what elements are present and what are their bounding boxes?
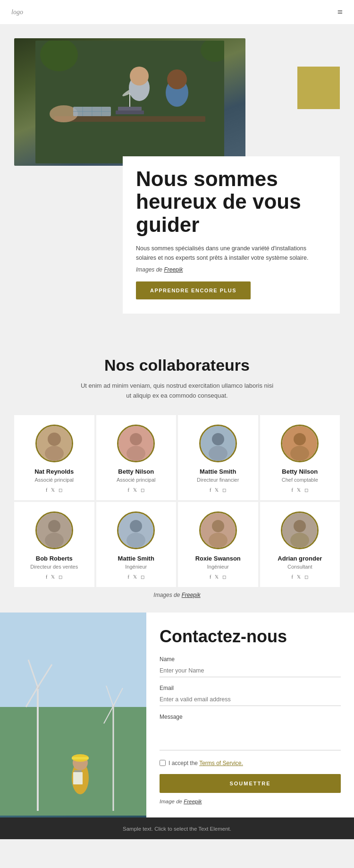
hero-illustration (35, 41, 224, 163)
email-input[interactable] (160, 693, 341, 706)
logo: logo (11, 9, 23, 16)
hero-content-card: Nous sommes heureux de vous guider Nous … (123, 156, 340, 314)
menu-icon[interactable]: ≡ (337, 7, 343, 17)
team-member-role-6: Ingénieur (102, 564, 171, 570)
twitter-icon-2[interactable]: 𝕏 (133, 487, 137, 493)
facebook-icon-2[interactable]: f (128, 487, 129, 493)
contact-title: Contactez-nous (160, 627, 341, 647)
svg-point-11 (130, 67, 149, 85)
team-member-role-4: Chef comptable (266, 477, 335, 483)
svg-rect-14 (116, 111, 144, 114)
social-icons-1: f 𝕏 ◻ (20, 487, 89, 493)
team-member-name-3: Mattie Smith (184, 468, 253, 475)
social-icons-7: f 𝕏 ◻ (184, 574, 253, 579)
message-textarea[interactable] (160, 722, 341, 750)
hero-title: Nous sommes heureux de vous guider (136, 168, 327, 236)
hero-accent-box (297, 67, 340, 109)
contact-section: Contactez-nous Name Email Message I acce… (0, 613, 354, 817)
facebook-icon-7[interactable]: f (210, 574, 211, 579)
avatar-7 (199, 511, 237, 549)
instagram-icon-1[interactable]: ◻ (59, 487, 62, 493)
svg-point-32 (45, 533, 64, 548)
hero-description: Nous sommes spécialisés dans une grande … (136, 244, 327, 263)
svg-point-37 (212, 520, 224, 532)
tos-checkbox[interactable] (160, 760, 166, 766)
team-member-role-8: Consultant (266, 564, 335, 570)
instagram-icon-3[interactable]: ◻ (222, 487, 226, 493)
avatar-4 (281, 425, 319, 462)
team-member-name-4: Betty Nilson (266, 468, 335, 475)
svg-point-38 (209, 533, 228, 548)
twitter-icon-6[interactable]: 𝕏 (133, 574, 137, 579)
svg-point-40 (294, 520, 306, 532)
freepik-link[interactable]: Freepik (164, 266, 183, 273)
team-grid-row2: Bob Roberts Directeur des ventes f 𝕏 ◻ M… (14, 502, 340, 587)
social-icons-2: f 𝕏 ◻ (102, 487, 171, 493)
instagram-icon-5[interactable]: ◻ (59, 574, 62, 579)
team-card-2: Betty Nilson Associé principal f 𝕏 ◻ (96, 415, 177, 500)
svg-point-31 (48, 520, 60, 532)
svg-point-19 (48, 433, 61, 446)
team-grid-row1: Nat Reynolds Associé principal f 𝕏 ◻ Bet… (14, 415, 340, 500)
svg-point-29 (290, 446, 309, 461)
svg-point-28 (294, 433, 306, 445)
instagram-icon-8[interactable]: ◻ (304, 574, 308, 579)
contact-image (0, 613, 146, 817)
instagram-icon-7[interactable]: ◻ (222, 574, 226, 579)
tos-label: I accept the Terms of Service. (169, 760, 243, 766)
instagram-icon-6[interactable]: ◻ (141, 574, 144, 579)
twitter-icon-1[interactable]: 𝕏 (51, 487, 55, 493)
svg-rect-57 (72, 757, 89, 759)
footer: Sample text. Click to select the Text El… (0, 817, 354, 839)
svg-point-35 (126, 533, 145, 548)
instagram-icon-4[interactable]: ◻ (304, 487, 308, 493)
twitter-icon-8[interactable]: 𝕏 (297, 574, 301, 579)
facebook-icon-3[interactable]: f (210, 487, 211, 493)
avatar-1 (35, 425, 73, 462)
team-member-name-7: Roxie Swanson (184, 555, 253, 562)
svg-point-25 (212, 433, 224, 445)
footer-text: Sample text. Click to select the Text El… (123, 826, 231, 832)
twitter-icon-4[interactable]: 𝕏 (297, 487, 301, 493)
facebook-icon-4[interactable]: f (292, 487, 293, 493)
instagram-icon-2[interactable]: ◻ (141, 487, 144, 493)
svg-rect-15 (118, 107, 142, 111)
tos-link[interactable]: Terms of Service. (199, 760, 243, 766)
team-card-4: Betty Nilson Chef comptable f 𝕏 ◻ (260, 415, 340, 500)
social-icons-3: f 𝕏 ◻ (184, 487, 253, 493)
message-label: Message (160, 714, 341, 720)
team-member-name-1: Nat Reynolds (20, 468, 89, 475)
social-icons-5: f 𝕏 ◻ (20, 574, 89, 579)
team-card-5: Bob Roberts Directeur des ventes f 𝕏 ◻ (14, 502, 94, 587)
contact-freepik-link[interactable]: Freepik (184, 799, 202, 804)
svg-point-22 (130, 433, 142, 445)
facebook-icon-1[interactable]: f (46, 487, 47, 493)
learn-more-button[interactable]: APPRENDRE ENCORE PLUS (136, 281, 251, 299)
svg-rect-58 (73, 772, 83, 784)
team-title: Nos collaborateurs (14, 356, 340, 374)
submit-button[interactable]: SOUMETTRE (160, 774, 341, 793)
team-member-name-5: Bob Roberts (20, 555, 89, 562)
facebook-icon-5[interactable]: f (46, 574, 47, 579)
twitter-icon-7[interactable]: 𝕏 (215, 574, 219, 579)
contact-image-credit: Image de Freepik (160, 799, 341, 804)
facebook-icon-6[interactable]: f (128, 574, 129, 579)
team-member-name-8: Adrian gronder (266, 555, 335, 562)
twitter-icon-3[interactable]: 𝕏 (215, 487, 219, 493)
hero-image (14, 38, 245, 166)
team-card-8: Adrian gronder Consultant f 𝕏 ◻ (260, 502, 340, 587)
avatar-6 (117, 511, 155, 549)
avatar-5 (35, 511, 73, 549)
svg-point-34 (130, 520, 142, 532)
svg-point-41 (290, 533, 309, 548)
tos-row: I accept the Terms of Service. (160, 760, 341, 766)
name-input[interactable] (160, 664, 341, 677)
twitter-icon-5[interactable]: 𝕏 (51, 574, 55, 579)
team-member-role-5: Directeur des ventes (20, 564, 89, 570)
svg-point-23 (126, 446, 145, 461)
team-freepik-link[interactable]: Freepik (182, 592, 201, 598)
svg-rect-59 (74, 770, 82, 772)
social-icons-4: f 𝕏 ◻ (266, 487, 335, 493)
svg-point-13 (167, 69, 187, 89)
facebook-icon-8[interactable]: f (292, 574, 293, 579)
